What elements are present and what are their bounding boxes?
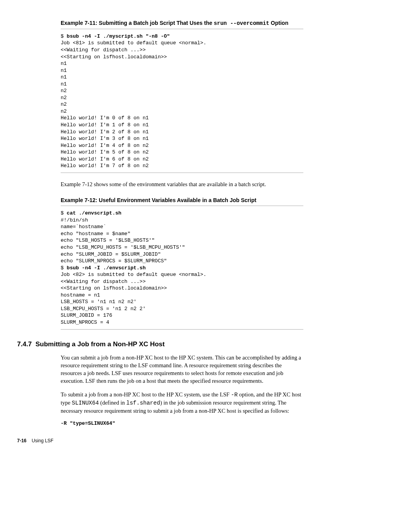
command: cat ./envscript.sh [67, 210, 121, 216]
section-number: 7.4.7 [17, 340, 32, 348]
page-number: 7-16 [17, 438, 26, 443]
title-mono: srun --overcommit [214, 20, 270, 26]
prompt: $ [61, 210, 67, 216]
mono: lsf.shared [126, 400, 160, 406]
page-footer: 7-16 Using LSF [17, 438, 303, 443]
command: bsub -n4 -I ./envscript.sh [67, 265, 146, 271]
example-712-console: $ cat ./envscript.sh #!/bin/sh name=`hos… [61, 210, 303, 326]
prompt: $ [61, 265, 67, 271]
section-para-2: To submit a job from a non-HP XC host to… [61, 391, 303, 415]
divider [61, 173, 303, 173]
title-text: Example 7-11: Submitting a Batch job Scr… [61, 20, 214, 26]
example-712-title: Example 7-12: Useful Environment Variabl… [61, 197, 303, 204]
example-711-title: Example 7-11: Submitting a Batch job Scr… [61, 19, 303, 27]
mono: -R [231, 392, 238, 398]
command: bsub -n4 -I ./myscript.sh "-n8 -O" [67, 33, 170, 39]
resource-requirement-cmd: -R "type=SLINUX64" [61, 421, 303, 426]
section-para-1: You can submit a job from a non-HP XC ho… [61, 354, 303, 385]
intertext-paragraph: Example 7-12 shows some of the environme… [61, 181, 303, 188]
prompt: $ [61, 33, 67, 39]
mono: SLINUX64 [72, 400, 99, 406]
section-title: Submitting a Job from a Non-HP XC Host [35, 340, 164, 348]
footer-label: Using LSF [32, 438, 53, 443]
text: (defined in [99, 400, 126, 406]
divider [61, 206, 303, 206]
section-heading: 7.4.7 Submitting a Job from a Non-HP XC … [17, 340, 303, 348]
divider [61, 29, 303, 29]
title-suffix: Option [269, 20, 288, 26]
example-711-console: $ bsub -n4 -I ./myscript.sh "-n8 -O" Job… [61, 33, 303, 169]
text: To submit a job from a non-HP XC host to… [61, 391, 231, 398]
divider [61, 329, 303, 330]
output: Job <82> is submitted to default queue <… [61, 272, 206, 325]
output: Job <81> is submitted to default queue <… [61, 40, 206, 169]
output: #!/bin/sh name=`hostname` echo "hostname… [61, 217, 185, 264]
